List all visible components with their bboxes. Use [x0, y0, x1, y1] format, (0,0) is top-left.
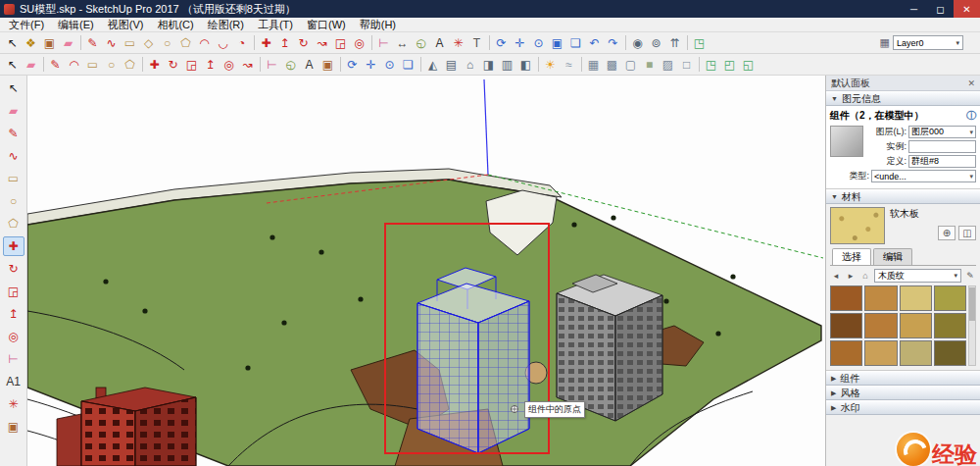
instance-input[interactable]: 实例: ▾	[867, 140, 976, 153]
orbit-tool-icon[interactable]: ⟳	[343, 55, 362, 74]
polygon-tool[interactable]: ⬠	[3, 214, 24, 233]
texture-swatch[interactable]	[900, 285, 932, 311]
rotate-tool-icon[interactable]: ↻	[294, 33, 313, 52]
arc-tool-icon[interactable]: ◠	[195, 33, 214, 52]
back-icon[interactable]: ◂	[830, 271, 842, 281]
section-plane-icon[interactable]: ◳	[702, 55, 720, 74]
next-view-icon[interactable]: ↷	[604, 33, 622, 52]
maximize-button[interactable]: ◻	[927, 0, 954, 18]
tray-close-icon[interactable]: ✕	[967, 78, 975, 88]
text-tool-icon[interactable]: A	[300, 55, 318, 74]
section-plane-icon[interactable]: ◳	[690, 33, 709, 52]
freehand-tool-icon[interactable]: ∿	[102, 33, 121, 52]
details-icon[interactable]: ⓘ	[966, 109, 976, 123]
top-view-icon[interactable]: ▤	[442, 55, 461, 74]
look-around-icon[interactable]: ⊚	[647, 33, 665, 52]
previous-view-icon[interactable]: ↶	[585, 33, 604, 52]
circle-tool-icon[interactable]: ○	[102, 55, 121, 74]
pan-tool-icon[interactable]: ✛	[511, 33, 529, 52]
tape-measure-tool[interactable]: ⊢	[3, 349, 24, 369]
left-view-icon[interactable]: ◧	[516, 55, 535, 74]
shadows-icon[interactable]: ☀	[541, 55, 560, 74]
texture-swatch[interactable]	[934, 285, 966, 311]
zoom-window-icon[interactable]: ▣	[548, 33, 566, 52]
dimension-icon[interactable]: ↔	[393, 33, 412, 52]
tab-edit[interactable]: 编辑	[873, 248, 912, 265]
zoom-extents-icon[interactable]: ❏	[566, 33, 585, 52]
menu-file[interactable]: 文件(F)	[2, 18, 51, 32]
sample-paint-icon[interactable]: ✎	[964, 271, 976, 281]
shaded-mode-icon[interactable]: ■	[640, 55, 659, 74]
texture-swatch[interactable]	[864, 340, 897, 366]
swatch-scrollbar[interactable]	[968, 285, 976, 366]
create-material-button[interactable]: ⊕	[938, 226, 956, 240]
texture-swatch[interactable]	[934, 340, 966, 366]
menu-view[interactable]: 视图(V)	[101, 18, 151, 32]
pan-tool-icon[interactable]: ✛	[362, 55, 380, 74]
scale-tool[interactable]: ◲	[3, 282, 24, 301]
tab-select[interactable]: 选择	[832, 248, 871, 265]
back-view-icon[interactable]: ▥	[498, 55, 516, 74]
polygon-tool-icon[interactable]: ⬠	[121, 55, 139, 74]
texture-swatch[interactable]	[864, 285, 897, 311]
text-tool[interactable]: A1	[3, 372, 24, 391]
menu-window[interactable]: 窗口(W)	[300, 18, 353, 32]
eraser-icon[interactable]: ▰	[22, 55, 40, 74]
line-tool-icon[interactable]: ✎	[46, 55, 65, 74]
move-tool-icon[interactable]: ✚	[145, 55, 164, 74]
line-tool[interactable]: ✎	[3, 124, 24, 143]
tape-measure-icon[interactable]: ⊢	[374, 33, 393, 52]
entity-info-header[interactable]: ▼ 图元信息	[826, 91, 980, 106]
3d-text-icon[interactable]: T	[467, 33, 486, 52]
select-tool[interactable]: ↖	[3, 78, 24, 98]
forward-icon[interactable]: ▸	[845, 271, 857, 281]
fog-icon[interactable]: ≈	[560, 55, 578, 74]
neighbor-building[interactable]	[557, 275, 662, 421]
push-pull-tool[interactable]: ↥	[3, 304, 24, 324]
menu-help[interactable]: 帮助(H)	[353, 18, 403, 32]
zoom-tool-icon[interactable]: ⊙	[380, 55, 399, 74]
pie-tool-icon[interactable]: ◔	[232, 33, 251, 52]
tape-measure-icon[interactable]: ⊢	[263, 55, 281, 74]
menu-camera[interactable]: 相机(C)	[150, 18, 200, 32]
orbit-tool-icon[interactable]: ⟳	[492, 33, 511, 52]
eraser-icon[interactable]: ▰	[59, 33, 77, 52]
texture-swatch[interactable]	[934, 313, 966, 338]
layer-select[interactable]: 图层(L): 图层000 ▾	[867, 126, 976, 138]
scale-tool-icon[interactable]: ◲	[331, 33, 350, 52]
rectangle-tool[interactable]: ▭	[3, 169, 24, 188]
texture-swatch[interactable]	[900, 313, 932, 338]
line-tool-icon[interactable]: ✎	[83, 33, 102, 52]
wireframe-mode-icon[interactable]: ▩	[603, 55, 621, 74]
rotate-tool[interactable]: ↻	[3, 259, 24, 279]
eraser-tool[interactable]: ▰	[3, 101, 24, 121]
select-tool-icon[interactable]: ↖	[3, 55, 22, 74]
rotate-tool-icon[interactable]: ↻	[164, 55, 182, 74]
polygon-tool-icon[interactable]: ⬠	[176, 33, 195, 52]
two-point-arc-icon[interactable]: ◡	[214, 33, 232, 52]
menu-draw[interactable]: 绘图(R)	[201, 18, 251, 32]
make-component-icon[interactable]: ❖	[22, 33, 40, 52]
x-ray-mode-icon[interactable]: ▦	[584, 55, 603, 74]
texture-swatch[interactable]	[900, 340, 932, 366]
texture-swatch[interactable]	[830, 313, 862, 338]
walk-tool-icon[interactable]: ⇈	[665, 33, 684, 52]
paint-bucket-tool[interactable]: ▣	[3, 417, 24, 437]
protractor-icon[interactable]: ◵	[281, 55, 300, 74]
iso-view-icon[interactable]: ◭	[423, 55, 442, 74]
axes-tool[interactable]: ✳	[3, 394, 24, 414]
layer-dropdown[interactable]: Layer0 ▾	[893, 35, 963, 50]
zoom-extents-icon[interactable]: ❏	[399, 55, 417, 74]
3d-scene[interactable]	[27, 76, 825, 466]
texture-swatch[interactable]	[830, 340, 862, 366]
type-select[interactable]: 类型: <unde... ▾	[830, 170, 976, 182]
protractor-icon[interactable]: ◵	[412, 33, 430, 52]
text-tool-icon[interactable]: A	[430, 33, 449, 52]
home-icon[interactable]: ⌂	[859, 271, 871, 281]
texture-swatch[interactable]	[830, 285, 862, 311]
move-tool[interactable]: ✚	[3, 236, 24, 256]
paint-bucket-icon[interactable]: ▣	[318, 55, 337, 74]
material-category-dropdown[interactable]: 木质纹 ▾	[874, 269, 961, 283]
section-styles[interactable]: ▶ 风格	[826, 386, 980, 400]
secondary-pane-button[interactable]: ◫	[958, 226, 976, 240]
